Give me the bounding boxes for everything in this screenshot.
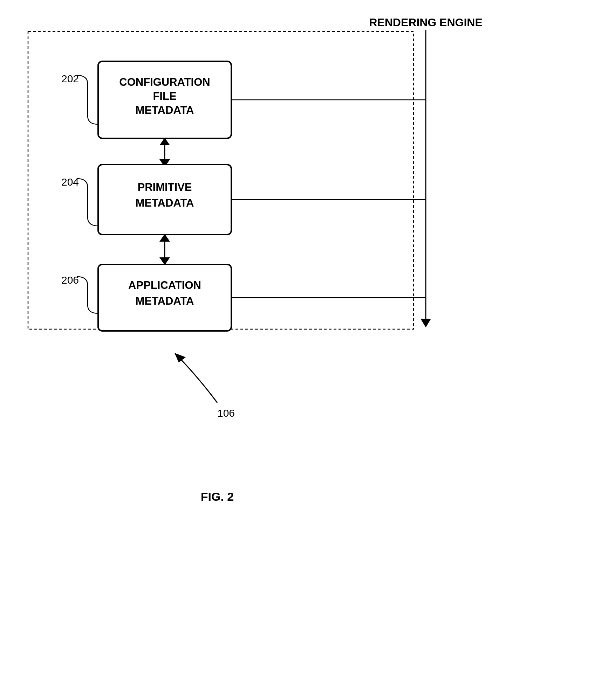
ref-106: 106 xyxy=(217,407,235,419)
figure-caption: FIG. 2 xyxy=(201,490,234,503)
primitive-metadata-text2: METADATA xyxy=(135,197,194,209)
ref-204: 204 xyxy=(61,176,79,188)
application-metadata-text: APPLICATION xyxy=(128,279,201,291)
config-file-metadata-text2: FILE xyxy=(153,90,176,102)
ref-202: 202 xyxy=(61,73,79,84)
rendering-engine-arrow xyxy=(421,319,431,327)
bracket-206 xyxy=(77,277,98,313)
bracket-204 xyxy=(77,179,98,226)
config-file-metadata-text3: METADATA xyxy=(135,104,194,116)
rendering-engine-label: RENDERING ENGINE xyxy=(369,16,483,29)
curved-arrow-106 xyxy=(175,354,217,403)
config-file-metadata-text: CONFIGURATION xyxy=(119,76,210,88)
application-metadata-text2: METADATA xyxy=(135,295,194,307)
primitive-metadata-text: PRIMITIVE xyxy=(137,181,192,193)
ref-206: 206 xyxy=(61,274,79,286)
bracket-202 xyxy=(77,75,98,124)
diagram-container: RENDERING ENGINE 202 CONFIGURATION FILE … xyxy=(0,0,608,700)
arrow-106 xyxy=(175,353,186,362)
